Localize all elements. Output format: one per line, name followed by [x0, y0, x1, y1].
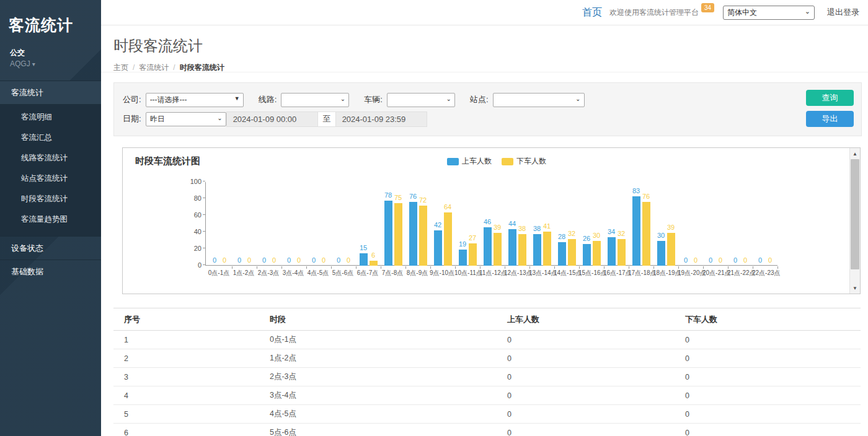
bar: 41 [543, 182, 551, 266]
breadcrumb-item[interactable]: 客流统计 [139, 63, 169, 72]
y-axis-tick [203, 198, 205, 198]
table-row: 10点-1点00 [113, 331, 861, 349]
sidebar-section-base-data[interactable]: 基础数据 [0, 259, 101, 283]
table-cell: 0 [497, 331, 675, 349]
x-axis-label: 20点-21点 [702, 269, 727, 277]
bar-value-label: 15 [360, 245, 367, 251]
sidebar: 客流统计 公交 AQGJ▾ 客流统计 客流明细客流汇总线路客流统计站点客流统计时… [0, 0, 101, 436]
welcome-text: 欢迎使用客流统计管理平台 [609, 7, 699, 18]
bar-group: 00 [753, 182, 777, 266]
bar: 0 [707, 182, 715, 266]
table-row: 43点-4点00 [113, 386, 861, 405]
bar-value-label: 0 [247, 257, 251, 264]
bar: 0 [756, 182, 764, 266]
table-row: 65点-6点00 [113, 424, 861, 436]
table-header-cell: 序号 [113, 308, 259, 331]
company-switcher[interactable]: AQGJ▾ [0, 59, 101, 78]
caret-down-icon: ▾ [32, 61, 35, 68]
bar-group: 4438 [505, 182, 529, 266]
sidebar-item-客流量趋势图[interactable]: 客流量趋势图 [0, 209, 101, 230]
bar-group: 7875 [381, 182, 405, 266]
bar: 0 [742, 182, 750, 266]
x-axis-label: 8点-9点 [405, 269, 430, 277]
x-axis-label: 9点-10点 [430, 269, 454, 277]
date-to-input[interactable]: 2024-01-09 23:59 [335, 111, 427, 127]
filter-select-线路[interactable] [281, 93, 349, 107]
x-axis-label: 11点-12点 [479, 269, 504, 277]
bar-value-label: 0 [758, 257, 762, 264]
home-link[interactable]: 首页 [582, 6, 602, 19]
bar-value-label: 0 [743, 257, 747, 264]
legend-swatch [447, 158, 459, 165]
sidebar-item-站点客流统计[interactable]: 站点客流统计 [0, 168, 101, 189]
notification-badge[interactable]: 34 [701, 3, 714, 12]
legend-label: 下车人数 [516, 156, 546, 167]
legend-item[interactable]: 上车人数 [447, 156, 492, 167]
bar: 44 [508, 182, 516, 266]
export-button[interactable]: 导出 [806, 111, 854, 127]
sidebar-item-客流汇总[interactable]: 客流汇总 [0, 128, 101, 148]
sidebar-item-客流明细[interactable]: 客流明细 [0, 107, 101, 128]
bar: 39 [667, 182, 675, 266]
bar: 0 [295, 182, 303, 266]
breadcrumb-separator: / [173, 63, 175, 72]
x-axis-label: 17点-18点 [628, 269, 653, 277]
language-select-wrap: 简体中文 ⌄ [723, 6, 815, 20]
filter-label: 公司: [123, 94, 141, 105]
bar: 34 [608, 182, 616, 266]
bar: 0 [260, 182, 268, 266]
filter-select-wrap: ---请选择---▼ [146, 93, 244, 107]
table-cell: 5点-6点 [259, 424, 497, 436]
table-header-row: 序号时段上车人数下车人数 [113, 308, 861, 331]
bar-value-label: 83 [632, 188, 640, 194]
filter-select-车辆[interactable] [387, 93, 455, 107]
x-axis-label: 19点-20点 [678, 269, 702, 277]
bar: 38 [518, 182, 526, 266]
filter-select-公司[interactable]: ---请选择--- [146, 93, 244, 107]
scrollbar-thumb[interactable] [851, 159, 859, 269]
bar: 0 [285, 182, 293, 266]
breadcrumb-item: 时段客流统计 [180, 63, 224, 72]
filter-label: 车辆: [364, 94, 383, 105]
legend-item[interactable]: 下车人数 [502, 156, 546, 167]
scroll-up-icon[interactable]: ▲ [850, 149, 860, 159]
y-axis-label: 80 [183, 194, 202, 202]
sidebar-section-passenger-stats[interactable]: 客流统计 [0, 81, 101, 104]
filter-select-站点[interactable] [493, 93, 585, 107]
query-button[interactable]: 查询 [806, 90, 854, 106]
main-area: 首页 欢迎使用客流统计管理平台 34 简体中文 ⌄ 退出登录 时段客流统计 主页… [101, 0, 868, 436]
sidebar-item-线路客流统计[interactable]: 线路客流统计 [0, 148, 101, 168]
bar: 0 [766, 182, 774, 266]
date-from-input[interactable]: 2024-01-09 00:00 [226, 111, 318, 127]
bar-group: 156 [356, 182, 381, 266]
chart-panel: 时段车流统计图 上车人数下车人数 00000000000015678757672… [122, 147, 861, 294]
table-row: 54点-5点00 [113, 405, 861, 424]
bar: 27 [469, 182, 477, 266]
x-axis-label: 6点-7点 [355, 269, 380, 277]
bar-value-label: 32 [568, 230, 575, 237]
bar: 0 [717, 182, 725, 266]
chart-scrollbar[interactable]: ▲ ▼ [849, 148, 860, 294]
table-cell: 4 [113, 386, 259, 405]
scroll-down-icon[interactable]: ▼ [850, 283, 860, 293]
bar: 39 [494, 182, 502, 266]
bar-group: 00 [331, 182, 356, 266]
x-axis-label: 10点-11点 [454, 269, 479, 277]
sidebar-item-时段客流统计[interactable]: 时段客流统计 [0, 189, 101, 209]
y-axis-label: 20 [183, 245, 202, 252]
sidebar-section-device-status[interactable]: 设备状态 [0, 236, 101, 259]
logout-link[interactable]: 退出登录 [827, 7, 859, 18]
bar-group: 4264 [430, 182, 455, 266]
x-axis-label: 21点-22点 [727, 269, 752, 277]
bar-value-label: 6 [371, 252, 375, 259]
page-head: 时段客流统计 主页/客流统计/时段客流统计 [101, 25, 868, 72]
language-select[interactable]: 简体中文 [723, 6, 815, 20]
table-header-cell: 上车人数 [497, 308, 675, 331]
bar: 78 [384, 182, 392, 266]
bar-group: 4639 [480, 182, 505, 266]
bar-value-label: 0 [213, 257, 216, 264]
date-preset-select[interactable]: 昨日 [146, 112, 226, 126]
table-panel: 序号时段上车人数下车人数 10点-1点0021点-2点0032点-3点0043点… [113, 308, 861, 436]
table-cell: 0 [497, 386, 675, 405]
breadcrumb-item[interactable]: 主页 [113, 63, 128, 72]
